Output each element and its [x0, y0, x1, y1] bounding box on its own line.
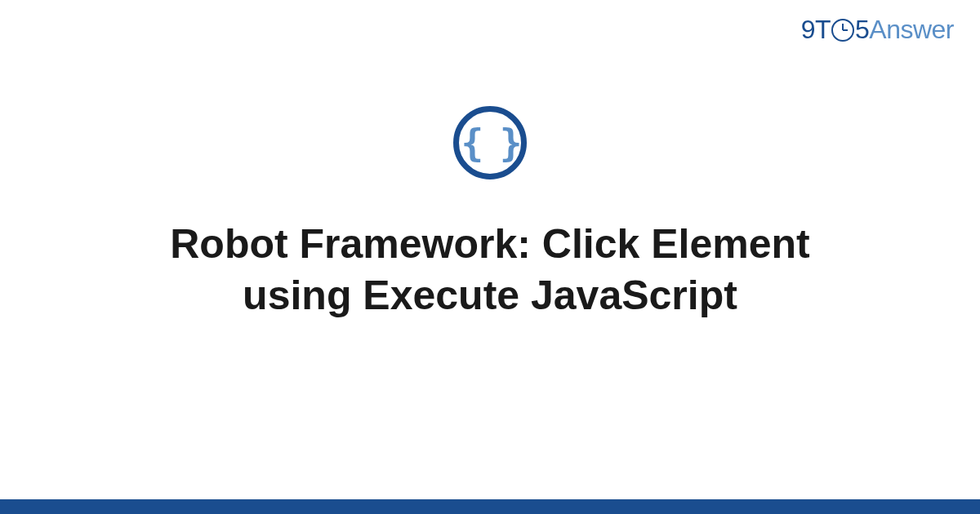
braces-glyph: { }	[461, 121, 519, 165]
logo-text-9t: 9T	[801, 15, 831, 44]
logo-text-5: 5	[855, 15, 869, 44]
code-braces-icon: { }	[453, 106, 527, 179]
clock-icon	[831, 19, 854, 42]
main-content: { } Robot Framework: Click Element using…	[0, 106, 980, 321]
footer-bar	[0, 499, 980, 514]
page-title: Robot Framework: Click Element using Exe…	[82, 219, 898, 321]
logo-text-answer: Answer	[869, 15, 954, 44]
site-logo[interactable]: 9T5Answer	[801, 15, 954, 45]
